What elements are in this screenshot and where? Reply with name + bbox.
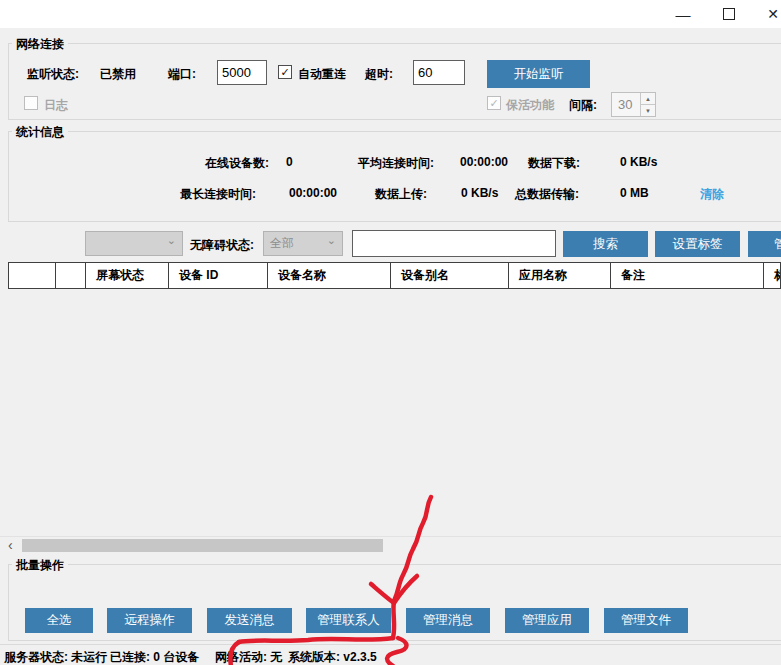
avg-connect-time-value: 00:00:00: [460, 155, 508, 169]
accessibility-status-value: 全部: [270, 235, 294, 252]
send-message-button[interactable]: 发送消息: [207, 608, 292, 633]
upload-value: 0 KB/s: [461, 186, 498, 200]
interval-value: 30: [612, 93, 640, 116]
port-label: 端口:: [168, 66, 196, 83]
manage-apps-button[interactable]: 管理应用: [505, 608, 589, 633]
start-listen-button[interactable]: 开始监听: [487, 60, 590, 88]
spinner-arrows[interactable]: ▲ ▼: [640, 93, 655, 116]
panel-divider: [0, 536, 781, 537]
longest-connect-time-value: 00:00:00: [289, 186, 337, 200]
device-table-header: 屏幕状态 设备 ID 设备名称 设备别名 应用名称 备注 标签: [8, 262, 781, 289]
keepalive-label: 保活功能: [506, 97, 554, 114]
auto-reconnect-checkbox[interactable]: ✓: [278, 65, 292, 79]
stats-groupbox: [8, 131, 781, 222]
horizontal-scrollbar-thumb[interactable]: [22, 539, 383, 552]
column-remarks[interactable]: 备注: [611, 263, 764, 288]
log-label: 日志: [44, 97, 68, 114]
minimize-icon[interactable]: —: [666, 0, 700, 28]
check-icon: ✓: [280, 67, 289, 78]
manage-button[interactable]: 管理: [748, 231, 781, 257]
online-devices-label: 在线设备数:: [205, 155, 269, 172]
scroll-left-icon[interactable]: ‹: [8, 538, 13, 552]
batch-group-title: 批量操作: [12, 557, 68, 574]
total-transfer-label: 总数据传输:: [515, 186, 579, 203]
column-screen-status[interactable]: 屏幕状态: [86, 263, 169, 288]
network-group-title: 网络连接: [12, 36, 68, 53]
log-checkbox: [24, 96, 38, 110]
avg-connect-time-label: 平均连接时间:: [358, 155, 434, 172]
timeout-input[interactable]: [413, 60, 465, 85]
port-input[interactable]: [217, 60, 267, 85]
spinner-down-icon[interactable]: ▼: [641, 105, 655, 116]
manage-messages-button[interactable]: 管理消息: [406, 608, 490, 633]
title-bar[interactable]: — ✕: [0, 0, 781, 28]
interval-label: 间隔:: [569, 97, 597, 114]
download-value: 0 KB/s: [620, 155, 657, 169]
listen-status-label: 监听状态:: [27, 66, 79, 83]
online-devices-value: 0: [286, 155, 293, 169]
connected-devices: 已连接: 0 台设备: [110, 649, 199, 665]
set-tag-button[interactable]: 设置标签: [655, 231, 740, 257]
manage-files-button[interactable]: 管理文件: [604, 608, 688, 633]
column-device-name[interactable]: 设备名称: [268, 263, 391, 288]
search-input[interactable]: [352, 230, 556, 257]
column-tag[interactable]: 标签: [764, 263, 781, 288]
accessibility-status-dropdown: 全部 ⌄: [263, 231, 343, 256]
total-transfer-value: 0 MB: [620, 186, 649, 200]
download-label: 数据下载:: [528, 155, 580, 172]
longest-connect-time-label: 最长连接时间:: [180, 186, 256, 203]
maximize-icon[interactable]: [712, 0, 746, 28]
column-device-id[interactable]: 设备 ID: [169, 263, 268, 288]
clear-stats-link[interactable]: 清除: [700, 186, 724, 203]
column-device-alias[interactable]: 设备别名: [391, 263, 509, 288]
check-icon: ✓: [489, 98, 498, 109]
interval-spinner[interactable]: 30 ▲ ▼: [611, 92, 656, 117]
stats-group-title: 统计信息: [12, 124, 68, 141]
spinner-up-icon[interactable]: ▲: [641, 93, 655, 105]
close-icon[interactable]: ✕: [756, 0, 781, 28]
timeout-label: 超时:: [365, 66, 393, 83]
column-app-name[interactable]: 应用名称: [509, 263, 611, 288]
status-bar: 服务器状态: 未运行 已连接: 0 台设备 网络活动: 无 系统版本: v2.3…: [0, 644, 781, 665]
server-status: 服务器状态: 未运行: [4, 649, 107, 665]
search-button[interactable]: 搜索: [563, 231, 648, 257]
select-all-button[interactable]: 全选: [25, 608, 93, 633]
maximize-box: [723, 8, 735, 20]
group-filter-dropdown: ⌄: [85, 231, 183, 256]
column-select[interactable]: [9, 263, 56, 288]
remote-operation-button[interactable]: 远程操作: [107, 608, 192, 633]
column-index[interactable]: [56, 263, 86, 288]
chevron-down-icon: ⌄: [327, 234, 336, 247]
auto-reconnect-label: 自动重连: [298, 66, 346, 83]
upload-label: 数据上传:: [375, 186, 427, 203]
system-version: 系统版本: v2.3.5: [288, 649, 377, 665]
accessibility-status-label: 无障碍状态:: [190, 237, 254, 254]
listen-status-value: 已禁用: [100, 66, 136, 83]
app-window: — ✕ 网络连接 监听状态: 已禁用 端口: ✓ 自动重连 超时: 开始监听 日…: [0, 0, 781, 665]
chevron-down-icon: ⌄: [167, 234, 176, 247]
manage-contacts-button[interactable]: 管理联系人: [306, 608, 391, 633]
keepalive-checkbox: ✓: [487, 96, 501, 110]
network-activity: 网络活动: 无: [215, 649, 282, 665]
